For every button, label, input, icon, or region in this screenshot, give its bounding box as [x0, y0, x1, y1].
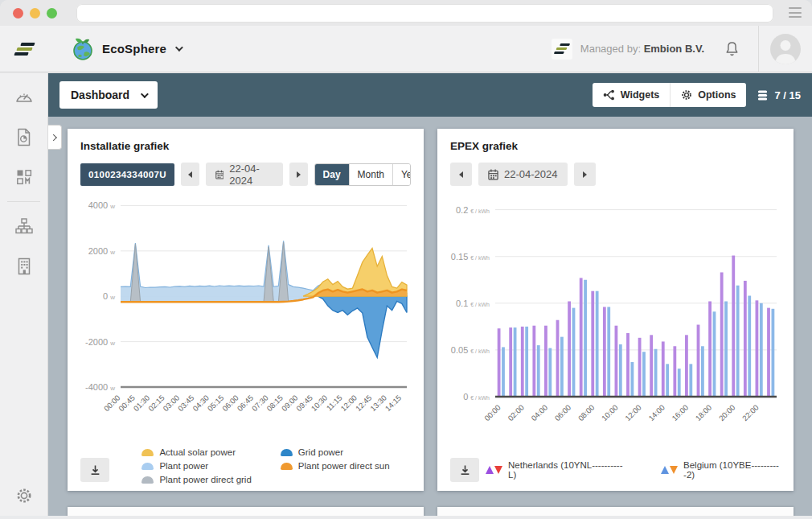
sidebar-expand-button[interactable]	[48, 125, 62, 150]
svg-text:0.15€ / kWh: 0.15€ / kWh	[451, 252, 490, 262]
window-bottom-edge	[0, 516, 812, 519]
svg-text:0w: 0w	[103, 291, 115, 301]
svg-text:04:00: 04:00	[529, 403, 549, 423]
download-icon	[89, 464, 101, 476]
svg-text:20:00: 20:00	[717, 403, 737, 423]
sidebar-item-buildings[interactable]	[0, 246, 47, 286]
calendar-icon	[488, 169, 498, 180]
legend-label: Plant power	[159, 461, 208, 471]
chevron-left-icon	[188, 171, 192, 178]
toolbar-button-group: Widgets Options	[593, 83, 747, 107]
installation-legend: Actual solar powerPlant powerPlant power…	[116, 447, 416, 484]
svg-text:08:15: 08:15	[265, 393, 285, 414]
legend-item[interactable]: Actual solar power	[141, 447, 251, 457]
next-date-button[interactable]	[289, 163, 308, 186]
options-button[interactable]: Options	[670, 83, 746, 107]
brand-switcher[interactable]: EcoSphere	[71, 37, 181, 61]
svg-text:12:00: 12:00	[338, 393, 359, 414]
managed-by-text: Managed by: Embion B.V.	[580, 43, 704, 55]
tab-month[interactable]: Month	[349, 164, 392, 185]
tab-year[interactable]: Year	[392, 164, 411, 185]
next-date-button[interactable]	[574, 163, 596, 186]
legend-label: Grid power	[298, 447, 343, 457]
widgets-grid-icon	[16, 169, 32, 185]
epex-chart[interactable]: 0.2€ / kWh0.15€ / kWh0.1€ / kWh0.05€ / k…	[450, 189, 781, 434]
widget-counter-value: 7 / 15	[774, 89, 801, 101]
svg-text:08:00: 08:00	[576, 403, 597, 423]
maximize-window-button[interactable]	[47, 8, 57, 19]
sitemap-icon	[15, 218, 33, 234]
tab-day[interactable]: Day	[315, 164, 349, 185]
dashboard-toolbar: Dashboard Widgets	[48, 73, 812, 117]
svg-text:14:15: 14:15	[383, 393, 404, 414]
svg-text:0€ / kWh: 0€ / kWh	[463, 392, 490, 402]
svg-text:02:15: 02:15	[146, 393, 166, 414]
svg-text:10:30: 10:30	[310, 393, 330, 414]
sidebar-item-settings[interactable]	[15, 487, 33, 508]
date-value: 22-04-2024	[229, 163, 273, 187]
svg-text:01:30: 01:30	[132, 393, 152, 414]
widget-counter: 7 / 15	[757, 89, 801, 101]
installation-chart[interactable]: 4000w2000w0w-2000w-4000w00:0000:4501:300…	[80, 189, 411, 434]
window-controls	[13, 8, 57, 19]
svg-text:12:00: 12:00	[623, 403, 643, 423]
legend-label: Plant power direct grid	[159, 475, 251, 484]
svg-text:4000w: 4000w	[88, 200, 115, 210]
date-picker-button[interactable]: 22-04-2024	[206, 163, 283, 186]
legend-item[interactable]: Plant power direct grid	[141, 475, 251, 484]
close-window-button[interactable]	[13, 8, 23, 19]
sidebar-divider	[7, 201, 40, 202]
browser-menu-icon[interactable]	[789, 7, 802, 18]
dashboard-selector[interactable]: Dashboard	[59, 81, 158, 109]
user-menu[interactable]	[759, 34, 812, 64]
legend-item[interactable]: Belgium (10YBE----------2)	[661, 460, 785, 480]
embion-logo[interactable]	[0, 26, 48, 72]
sidebar-item-sitemap[interactable]	[0, 206, 47, 246]
epex-legend: Netherlands (10YNL----------L)Belgium (1…	[486, 460, 785, 480]
previous-date-button[interactable]	[181, 163, 199, 186]
svg-text:09:00: 09:00	[280, 393, 300, 414]
chevron-right-icon	[297, 171, 301, 178]
header-right: Managed by: Embion B.V.	[552, 26, 812, 72]
person-icon	[770, 34, 801, 64]
minimize-window-button[interactable]	[30, 8, 40, 19]
download-chart-button[interactable]	[450, 458, 479, 482]
ecosphere-logo-icon	[71, 37, 95, 61]
svg-text:05:15: 05:15	[206, 393, 226, 414]
serial-number-badge[interactable]: 0100234334007U	[80, 163, 174, 186]
layers-icon	[757, 89, 769, 101]
legend-label: Netherlands (10YNL----------L)	[508, 460, 625, 480]
legend-item[interactable]: Grid power	[281, 447, 390, 457]
legend-item[interactable]: Netherlands (10YNL----------L)	[486, 460, 625, 480]
svg-text:00:00: 00:00	[482, 403, 502, 423]
range-tabs: Day Month Year	[314, 163, 411, 186]
legend-swatch-icon	[141, 476, 154, 484]
legend-item[interactable]: Plant power	[141, 461, 251, 471]
chevron-down-icon	[175, 43, 183, 51]
browser-window: EcoSphere Managed by: Embion B.V.	[0, 0, 812, 519]
address-bar[interactable]	[76, 4, 773, 23]
svg-text:03:45: 03:45	[176, 393, 196, 414]
legend-triangles-icon	[661, 466, 678, 474]
previous-date-button[interactable]	[450, 163, 472, 186]
dashboard-selector-label: Dashboard	[71, 89, 129, 101]
sidebar-item-widgets[interactable]	[0, 157, 47, 197]
notifications-button[interactable]	[724, 40, 740, 58]
date-value: 22-04-2024	[504, 168, 558, 180]
legend-item[interactable]: Plant power direct sun	[281, 461, 390, 471]
card-title: EPEX grafiek	[450, 140, 781, 152]
date-picker-button[interactable]: 22-04-2024	[478, 163, 568, 186]
avatar	[770, 34, 801, 64]
sidebar-item-dashboard[interactable]	[0, 76, 47, 117]
installation-graph-card: Installatie grafiek 0100234334007U	[68, 129, 424, 491]
svg-text:06:45: 06:45	[236, 393, 256, 414]
sidebar-item-reports[interactable]	[0, 117, 47, 157]
svg-text:0.1€ / kWh: 0.1€ / kWh	[456, 299, 490, 308]
legend-swatch-icon	[281, 463, 293, 470]
legend-triangles-icon	[486, 466, 502, 474]
download-chart-button[interactable]	[80, 458, 109, 482]
svg-text:0.2€ / kWh: 0.2€ / kWh	[456, 205, 490, 215]
widgets-button[interactable]: Widgets	[593, 83, 671, 107]
svg-text:06:00: 06:00	[553, 403, 573, 423]
svg-text:06:00: 06:00	[220, 393, 240, 414]
